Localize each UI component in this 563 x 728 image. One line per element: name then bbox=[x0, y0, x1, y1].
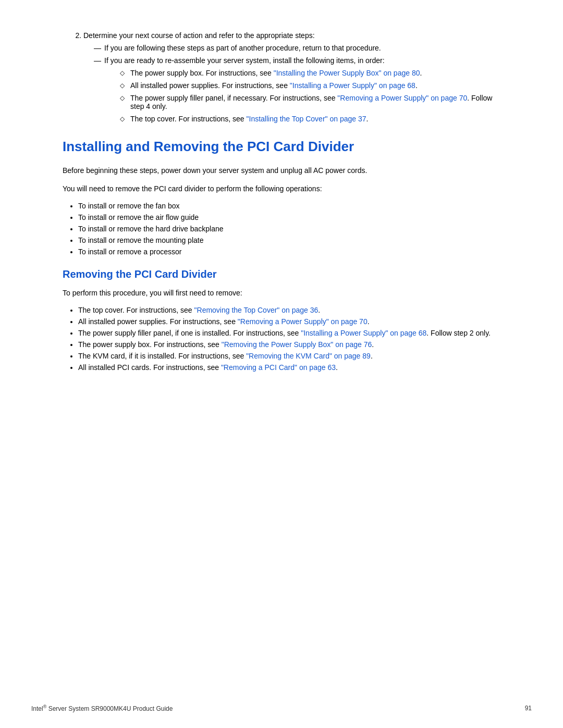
section2-bullet-list: To install or remove the fan box To inst… bbox=[78, 202, 500, 256]
s3-b3-after: . Follow step 2 only. bbox=[426, 329, 491, 337]
section3-bullet-item-4: The power supply box. For instructions, … bbox=[78, 340, 500, 349]
bullet-item-air-flow-text: To install or remove the air flow guide bbox=[78, 213, 199, 221]
section3-bullet-list: The top cover. For instructions, see "Re… bbox=[78, 306, 500, 372]
diamond-item-1: The power supply box. For instructions, … bbox=[120, 69, 500, 77]
diamond-item-4-after: . bbox=[366, 115, 369, 123]
s3-b2-before: All installed power supplies. For instru… bbox=[78, 317, 238, 326]
bullet-item-mounting-plate-text: To install or remove the mounting plate bbox=[78, 236, 203, 244]
link-installing-top-cover[interactable]: "Installing the Top Cover" on page 37 bbox=[247, 115, 366, 123]
link-removing-kvm-card[interactable]: "Removing the KVM Card" on page 89 bbox=[246, 352, 371, 360]
diamond-item-4-before: The top cover. For instructions, see bbox=[130, 115, 247, 123]
diamond-item-2: All installed power supplies. For instru… bbox=[120, 81, 500, 90]
numbered-list: Determine your next course of action and… bbox=[83, 31, 500, 123]
diamond-item-1-after: . bbox=[420, 69, 422, 77]
footer: Intel® Server System SR9000MK4U Product … bbox=[0, 704, 563, 712]
diamond-item-2-before: All installed power supplies. For instru… bbox=[130, 81, 290, 90]
s3-b1-before: The top cover. For instructions, see bbox=[78, 306, 194, 314]
diamond-item-4: The top cover. For instructions, see "In… bbox=[120, 115, 500, 123]
numbered-item-2: Determine your next course of action and… bbox=[83, 31, 500, 123]
footer-product-text: Intel® Server System SR9000MK4U Product … bbox=[31, 704, 173, 712]
bullet-item-fan-box-text: To install or remove the fan box bbox=[78, 202, 180, 210]
section3-title: Removing the PCI Card Divider bbox=[63, 268, 500, 280]
s3-b6-after: . bbox=[336, 363, 338, 372]
diamond-item-1-before: The power supply box. For instructions, … bbox=[130, 69, 274, 77]
s3-b5-before: The KVM card, if it is installed. For in… bbox=[78, 352, 246, 360]
section3-bullet-item-6: All installed PCI cards. For instruction… bbox=[78, 363, 500, 372]
bullet-item-fan-box: To install or remove the fan box bbox=[78, 202, 500, 210]
section3-intro: To perform this procedure, you will firs… bbox=[63, 288, 500, 299]
bullet-item-processor: To install or remove a processor bbox=[78, 248, 500, 256]
diamond-item-3-before: The power supply filler panel, if necess… bbox=[130, 94, 337, 102]
diamond-item-3: The power supply filler panel, if necess… bbox=[120, 94, 500, 110]
numbered-item-2-text: Determine your next course of action and… bbox=[83, 31, 315, 40]
bullet-item-hard-drive-text: To install or remove the hard drive back… bbox=[78, 225, 224, 233]
bullet-item-air-flow: To install or remove the air flow guide bbox=[78, 213, 500, 221]
diamond-item-2-after: . bbox=[415, 81, 418, 90]
section2-intro2: You will need to remove the PCI card div… bbox=[63, 183, 500, 194]
s3-b3-before: The power supply filler panel, if one is… bbox=[78, 329, 301, 337]
bullet-item-processor-text: To install or remove a processor bbox=[78, 248, 181, 256]
dash-list: If you are following these steps as part… bbox=[94, 44, 500, 123]
s3-b6-before: All installed PCI cards. For instruction… bbox=[78, 363, 221, 372]
footer-page-number: 91 bbox=[525, 705, 532, 712]
link-installing-power-supply-s3[interactable]: "Installing a Power Supply" on page 68 bbox=[301, 329, 426, 337]
link-removing-pci-card[interactable]: "Removing a PCI Card" on page 63 bbox=[221, 363, 336, 372]
link-removing-power-supply-s3[interactable]: "Removing a Power Supply" on page 70 bbox=[238, 317, 368, 326]
footer-left: Intel® Server System SR9000MK4U Product … bbox=[31, 704, 173, 712]
dash-item-2-text: If you are ready to re-assemble your ser… bbox=[104, 56, 385, 65]
section2-title: Installing and Removing the PCI Card Div… bbox=[63, 139, 500, 155]
link-installing-power-supply[interactable]: "Installing a Power Supply" on page 68 bbox=[290, 81, 415, 90]
section3-bullet-item-5: The KVM card, if it is installed. For in… bbox=[78, 352, 500, 360]
dash-item-1: If you are following these steps as part… bbox=[94, 44, 500, 52]
dash-item-2: If you are ready to re-assemble your ser… bbox=[94, 56, 500, 123]
link-removing-power-supply-70[interactable]: "Removing a Power Supply" on page 70 bbox=[337, 94, 467, 102]
section3-bullet-item-1: The top cover. For instructions, see "Re… bbox=[78, 306, 500, 314]
section3-bullet-item-3: The power supply filler panel, if one is… bbox=[78, 329, 500, 337]
s3-b1-after: . bbox=[318, 306, 320, 314]
s3-b2-after: . bbox=[368, 317, 370, 326]
s3-b5-after: . bbox=[371, 352, 373, 360]
bullet-item-hard-drive: To install or remove the hard drive back… bbox=[78, 225, 500, 233]
bullet-item-mounting-plate: To install or remove the mounting plate bbox=[78, 236, 500, 244]
s3-b4-after: . bbox=[372, 340, 374, 349]
dash-item-1-text: If you are following these steps as part… bbox=[104, 44, 381, 52]
section2-intro1: Before beginning these steps, power down… bbox=[63, 165, 500, 176]
diamond-list: The power supply box. For instructions, … bbox=[120, 69, 500, 123]
link-removing-power-supply-box[interactable]: "Removing the Power Supply Box" on page … bbox=[222, 340, 372, 349]
link-removing-top-cover[interactable]: "Removing the Top Cover" on page 36 bbox=[194, 306, 319, 314]
s3-b4-before: The power supply box. For instructions, … bbox=[78, 340, 222, 349]
link-power-supply-box[interactable]: "Installing the Power Supply Box" on pag… bbox=[274, 69, 420, 77]
section3-bullet-item-2: All installed power supplies. For instru… bbox=[78, 317, 500, 326]
